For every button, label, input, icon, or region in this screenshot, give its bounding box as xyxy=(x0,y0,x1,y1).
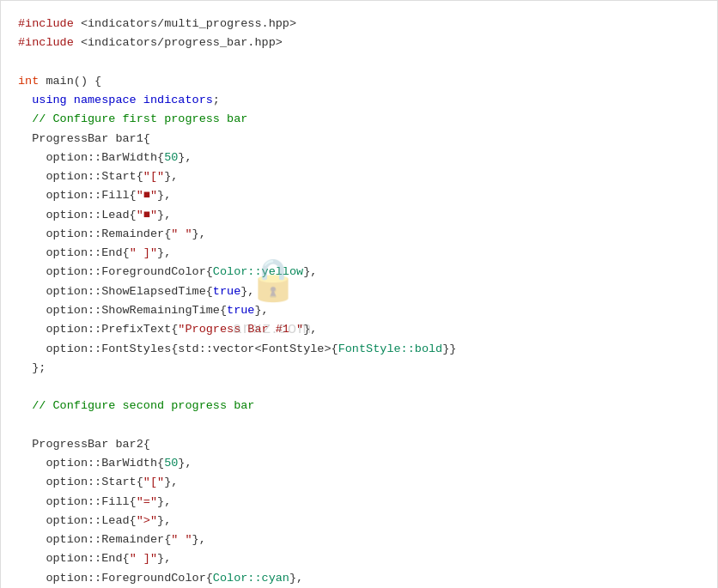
code-line-23: ProgressBar bar2{ xyxy=(18,435,700,454)
code-line-4: int main() { xyxy=(18,72,700,91)
code-line-6: // Configure first progress bar xyxy=(18,110,700,129)
keyword-int: int xyxy=(18,75,39,88)
code-line-15: option::ShowElapsedTime{true}, xyxy=(18,282,700,301)
code-line-7: ProgressBar bar1{ xyxy=(18,130,700,149)
code-line-8: option::BarWidth{50}, xyxy=(18,149,700,167)
code-line-30: option::ForegroundColor{Color::cyan}, xyxy=(18,569,700,588)
keyword-using: using namespace indicators xyxy=(32,94,213,106)
code-line-5: using namespace indicators; xyxy=(18,91,700,110)
color-cyan: Color::cyan xyxy=(213,572,289,585)
comment-1: // Configure first progress bar xyxy=(32,112,247,125)
string-start-2: "[" xyxy=(143,476,164,488)
comment-2: // Configure second progress bar xyxy=(32,399,254,412)
code-line-3 xyxy=(18,53,700,72)
code-line-21: // Configure second progress bar xyxy=(18,397,700,415)
code-line-12: option::Remainder{" "}, xyxy=(18,225,700,244)
code-line-27: option::Lead{">"}, xyxy=(18,512,700,530)
code-line-28: option::Remainder{" "}, xyxy=(18,530,700,549)
bool-true-2: true xyxy=(227,304,254,317)
string-lead-2: ">" xyxy=(137,514,157,527)
preprocessor-hash: #include xyxy=(18,17,74,30)
string-end-2: " ]" xyxy=(130,552,157,565)
code-line-10: option::Fill{"■"}, xyxy=(18,186,700,205)
code-editor: #include <indicators/multi_progress.hpp>… xyxy=(0,0,718,588)
code-line-26: option::Fill{"="}, xyxy=(18,493,700,512)
code-line-17: option::PrefixText{"Progress Bar #1 "}, xyxy=(18,320,700,339)
string-end-1: " ]" xyxy=(130,246,157,259)
code-line-20 xyxy=(18,378,700,397)
fontstyle-bold-1: FontStyle::bold xyxy=(338,342,443,355)
string-fill-2: "=" xyxy=(137,495,157,508)
number-50-2: 50 xyxy=(164,457,178,470)
string-fill-1: "■" xyxy=(137,189,157,202)
code-line-25: option::Start{"["}, xyxy=(18,473,700,492)
code-line-24: option::BarWidth{50}, xyxy=(18,454,700,473)
string-start-1: "[" xyxy=(143,170,164,183)
string-remainder-2: " " xyxy=(171,533,192,546)
preprocessor-hash-2: #include xyxy=(18,36,74,49)
code-line-22 xyxy=(18,416,700,435)
code-line-1: #include <indicators/multi_progress.hpp> xyxy=(18,15,700,33)
code-line-18: option::FontStyles{std::vector<FontStyle… xyxy=(18,340,700,359)
color-yellow: Color::yellow xyxy=(213,265,303,278)
code-line-19: }; xyxy=(18,359,700,378)
code-line-9: option::Start{"["}, xyxy=(18,167,700,186)
code-line-13: option::End{" ]"}, xyxy=(18,244,700,263)
string-lead-1: "■" xyxy=(137,209,157,221)
code-line-11: option::Lead{"■"}, xyxy=(18,206,700,225)
code-line-2: #include <indicators/progress_bar.hpp> xyxy=(18,33,700,52)
code-line-29: option::End{" ]"}, xyxy=(18,549,700,568)
number-50: 50 xyxy=(164,151,178,164)
string-prefix-1: "Progress Bar #1 " xyxy=(178,323,303,336)
string-remainder-1: " " xyxy=(171,227,192,240)
code-line-16: option::ShowRemainingTime{true}, xyxy=(18,301,700,320)
bool-true-1: true xyxy=(213,285,240,298)
code-line-14: option::ForegroundColor{Color::yellow}, xyxy=(18,263,700,282)
